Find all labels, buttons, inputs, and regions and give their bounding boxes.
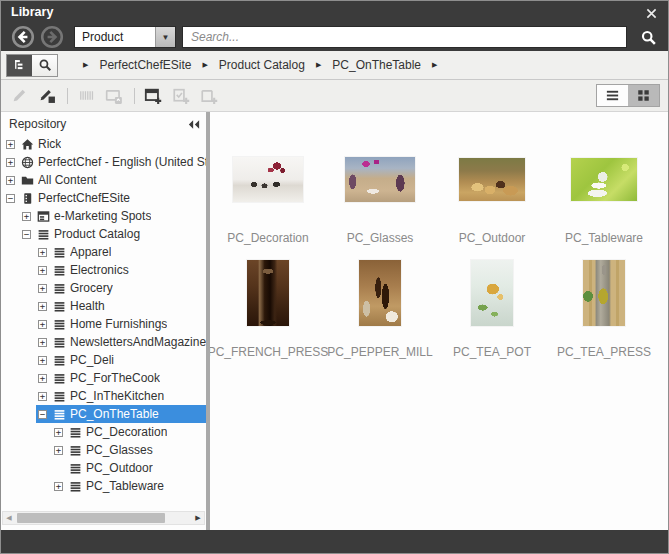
tree-item-rick[interactable]: +Rick [1, 135, 206, 153]
expand-toggle-icon[interactable]: + [54, 428, 63, 437]
tree-item-label: PC_InTheKitchen [70, 389, 164, 403]
toolbar-separator [134, 88, 135, 104]
add-folder-icon[interactable] [199, 86, 219, 106]
media-item-pc-decoration[interactable]: PC_Decoration [212, 133, 324, 247]
media-item-label: PC_TEA_POT [453, 345, 531, 359]
search-button[interactable] [634, 25, 662, 49]
breadcrumb-item[interactable]: PC_OnTheTable [332, 58, 421, 72]
tree-item-product-catalog[interactable]: −Product Catalog [1, 225, 206, 243]
tree-item-newslettersandmagazines[interactable]: +NewslettersAndMagazines [1, 333, 206, 351]
tree-item-apparel[interactable]: +Apparel [1, 243, 206, 261]
breadcrumb-item[interactable]: PerfectChefESite [99, 58, 191, 72]
expand-toggle-icon[interactable]: + [6, 176, 15, 185]
expand-toggle-icon[interactable]: + [38, 374, 47, 383]
expand-toggle-icon[interactable]: + [54, 482, 63, 491]
breadcrumb-item[interactable]: Product Catalog [219, 58, 305, 72]
expand-toggle-icon[interactable]: + [38, 392, 47, 401]
tree-item-label: PC_ForTheCook [70, 371, 160, 385]
image-badge-icon[interactable] [104, 86, 124, 106]
media-item-pc-tea-press[interactable]: PC_TEA_PRESS [548, 247, 660, 361]
scrollbar-thumb[interactable] [17, 513, 165, 523]
media-item-pc-outdoor[interactable]: PC_Outdoor [436, 133, 548, 247]
search-input[interactable] [183, 27, 626, 47]
globe-icon [20, 155, 34, 169]
expand-toggle-icon[interactable]: + [38, 266, 47, 275]
tree-item-label: Rick [38, 137, 61, 151]
media-item-label: PC_TEA_PRESS [557, 345, 651, 359]
expand-toggle-icon[interactable]: − [22, 230, 31, 239]
thumbnail-image [247, 260, 289, 326]
tree-item-all-content[interactable]: +All Content [1, 171, 206, 189]
close-icon[interactable] [643, 6, 659, 20]
search-field[interactable] [182, 26, 627, 48]
edit-pencil-icon[interactable] [9, 86, 29, 106]
tree-item-label: All Content [38, 173, 97, 187]
media-item-pc-tableware[interactable]: PC_Tableware [548, 133, 660, 247]
grid-view-button[interactable] [628, 85, 659, 106]
expand-toggle-icon[interactable]: + [38, 338, 47, 347]
expand-toggle-icon[interactable]: + [38, 248, 47, 257]
breadcrumb-bar: ▶ PerfectChefESite ▶ Product Catalog ▶ P… [1, 51, 668, 80]
tree-item-pc-inthekitchen[interactable]: +PC_InTheKitchen [1, 387, 206, 405]
tree-item-label: PC_Outdoor [86, 461, 153, 475]
new-window-icon[interactable] [143, 86, 163, 106]
scroll-right-icon[interactable]: ▶ [192, 514, 204, 522]
barcode-icon[interactable] [76, 86, 96, 106]
chevron-right-icon: ▶ [432, 61, 437, 69]
tree-item-e-marketing-spots[interactable]: +e-Marketing Spots [1, 207, 206, 225]
scope-combobox[interactable]: ▼ [74, 26, 176, 48]
tree-item-pc-tableware[interactable]: +PC_Tableware [1, 477, 206, 495]
breadcrumb: ▶ PerfectChefESite ▶ Product Catalog ▶ P… [72, 58, 448, 72]
tree-item-label: PerfectChefESite [38, 191, 130, 205]
tree-item-label: Product Catalog [54, 227, 140, 241]
expand-toggle-icon[interactable]: + [6, 158, 15, 167]
tree-item-pc-outdoor[interactable]: PC_Outdoor [1, 459, 206, 477]
search-view-toggle-button[interactable] [32, 55, 57, 76]
media-content-area: PC_Decoration PC_Glasses PC_Outdoor PC_T… [210, 112, 668, 530]
expand-toggle-icon[interactable]: − [6, 194, 15, 203]
thumbnail-image [471, 260, 513, 326]
collapse-panel-icon[interactable] [188, 120, 200, 129]
expand-toggle-icon[interactable]: + [6, 140, 15, 149]
tree-item-electronics[interactable]: +Electronics [1, 261, 206, 279]
add-version-icon[interactable] [171, 86, 191, 106]
horizontal-scrollbar[interactable]: ◀ ▶ [2, 511, 205, 525]
tree-view-toggle-button[interactable] [7, 55, 32, 76]
tree-item-grocery[interactable]: +Grocery [1, 279, 206, 297]
expand-toggle-icon[interactable]: + [38, 320, 47, 329]
expand-toggle-icon[interactable]: + [38, 356, 47, 365]
menu-icon [52, 353, 66, 367]
tree-item-pc-onthetable[interactable]: −PC_OnTheTable [1, 405, 206, 423]
expand-toggle-icon[interactable]: + [54, 446, 63, 455]
thumbnail-image [359, 260, 401, 326]
menu-icon [52, 317, 66, 331]
expand-toggle-icon[interactable]: + [38, 284, 47, 293]
tree-item-perfectchef-english[interactable]: +PerfectChef - English (United Sta [1, 153, 206, 171]
expand-toggle-icon[interactable]: + [38, 302, 47, 311]
tree-item-label: Health [70, 299, 105, 313]
back-button[interactable] [11, 25, 35, 49]
thumbnail-image [459, 158, 525, 201]
media-item-pc-french-press[interactable]: PC_FRENCH_PRESS [212, 247, 324, 361]
tree-item-pc-deli[interactable]: +PC_Deli [1, 351, 206, 369]
media-item-pc-pepper-mill[interactable]: PC_PEPPER_MILL [324, 247, 436, 361]
scroll-left-icon[interactable]: ◀ [3, 514, 15, 522]
title-bar: Library ▼ [1, 1, 668, 51]
dropdown-arrow-icon[interactable]: ▼ [155, 27, 175, 47]
toolbar [1, 80, 668, 112]
collapse-minus-icon[interactable]: − [38, 410, 47, 419]
expand-toggle-icon[interactable]: + [22, 212, 31, 221]
tree-item-pc-glasses[interactable]: +PC_Glasses [1, 441, 206, 459]
tree-item-perfectchefesite[interactable]: −PerfectChefESite [1, 189, 206, 207]
scope-value[interactable] [75, 27, 155, 47]
tree-item-health[interactable]: +Health [1, 297, 206, 315]
tree-item-home-furnishings[interactable]: +Home Furnishings [1, 315, 206, 333]
media-item-pc-tea-pot[interactable]: PC_TEA_POT [436, 247, 548, 361]
list-view-button[interactable] [597, 85, 628, 106]
content-tree: +Rick +PerfectChef - English (United Sta… [1, 135, 206, 495]
tree-item-pc-forthecook[interactable]: +PC_ForTheCook [1, 369, 206, 387]
forward-button[interactable] [40, 25, 64, 49]
edit-item-icon[interactable] [37, 86, 57, 106]
tree-item-pc-decoration[interactable]: +PC_Decoration [1, 423, 206, 441]
media-item-pc-glasses[interactable]: PC_Glasses [324, 133, 436, 247]
